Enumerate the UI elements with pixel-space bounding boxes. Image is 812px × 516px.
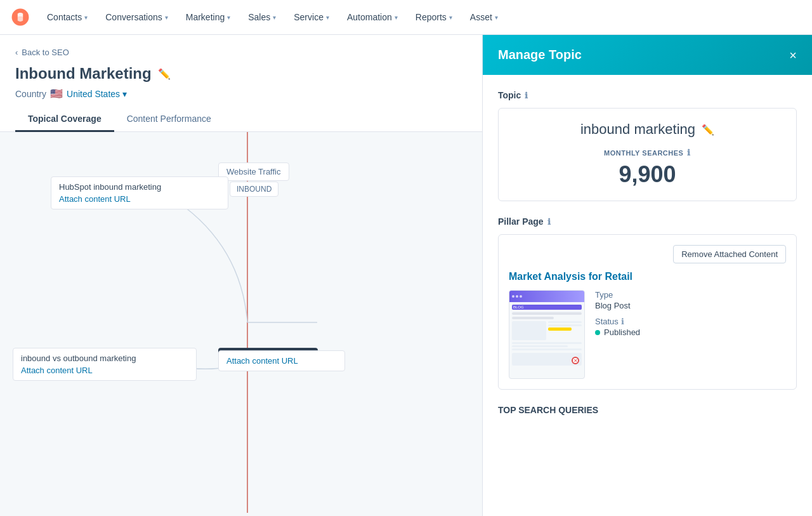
type-meta: Type Blog Post	[595, 290, 786, 310]
thumbnail-dots	[512, 295, 522, 298]
topic-node-hubspot: HubSpot inbound marketing Attach content…	[51, 176, 228, 209]
remove-attached-content-button[interactable]: Remove Attached Content	[673, 245, 786, 263]
back-arrow-icon: ‹	[15, 48, 18, 57]
tab-content-performance[interactable]: Content Performance	[114, 107, 224, 132]
topic-keyword: inbound marketing ✏️	[511, 121, 783, 138]
dot-3	[520, 295, 522, 298]
drawer-header: Manage Topic ×	[483, 35, 812, 75]
top-queries-section: TOP SEARCH QUERIES	[498, 405, 797, 415]
main-layout: ‹ Back to SEO Inbound Marketing ✏️ Count…	[0, 35, 812, 516]
chevron-down-icon: ▾	[495, 14, 498, 21]
chevron-down-icon: ▾	[84, 14, 88, 21]
nav-items: Contacts ▾ Conversations ▾ Marketing ▾ S…	[38, 0, 507, 34]
chevron-down-icon: ▾	[326, 14, 329, 21]
pillar-page-section: Pillar Page ℹ Remove Attached Content Ma…	[498, 216, 797, 390]
dot-2	[516, 295, 518, 298]
chevron-down-icon: ▾	[395, 14, 398, 21]
monthly-searches-info-icon[interactable]: ℹ	[687, 148, 691, 157]
chevron-down-icon: ▾	[449, 14, 452, 21]
back-to-seo-link[interactable]: ‹ Back to SEO	[15, 48, 467, 57]
center-attach-node: Attach content URL	[218, 350, 345, 371]
country-row: Country 🇺🇸 United States ▾	[15, 88, 467, 100]
country-selector[interactable]: United States ▾	[67, 89, 127, 99]
nav-conversations[interactable]: Conversations ▾	[96, 0, 177, 34]
center-node-container: Inbound Marketing Attach content URL	[218, 348, 345, 369]
dot-1	[512, 295, 514, 298]
page-title: Inbound Marketing	[15, 65, 152, 83]
status-meta: Status ℹ Published	[595, 317, 786, 337]
top-queries-label: TOP SEARCH QUERIES	[498, 405, 797, 415]
thumb-line-1	[512, 312, 582, 315]
status-dot	[595, 330, 600, 335]
drawer-title: Manage Topic	[498, 48, 582, 62]
page-header: ‹ Back to SEO Inbound Marketing ✏️ Count…	[0, 35, 482, 132]
left-panel: ‹ Back to SEO Inbound Marketing ✏️ Count…	[0, 35, 482, 516]
close-drawer-button[interactable]: ×	[789, 49, 797, 62]
attach-content-url-hubspot[interactable]: Attach content URL	[59, 194, 220, 204]
drawer-body: Topic ℹ inbound marketing ✏️ MONTHLY SEA…	[483, 75, 812, 516]
pillar-page-section-label: Pillar Page ℹ	[498, 216, 797, 227]
chevron-down-icon: ▾	[273, 14, 276, 21]
pillar-page-info-icon[interactable]: ℹ	[547, 217, 551, 227]
monthly-searches-label: MONTHLY SEARCHES ℹ	[511, 148, 783, 157]
pillar-page-card: Remove Attached Content Market Analysis …	[498, 234, 797, 390]
chevron-down-icon: ▾	[227, 14, 230, 21]
topic-section-label: Topic ℹ	[498, 90, 797, 100]
edit-keyword-icon[interactable]: ✏️	[702, 124, 714, 136]
page-title-row: Inbound Marketing ✏️	[15, 65, 467, 83]
remove-btn-container: Remove Attached Content	[509, 245, 786, 263]
inbound-label: INBOUND	[230, 182, 278, 197]
website-traffic-label: Website Traffic	[218, 162, 289, 181]
hubspot-logo[interactable]	[10, 7, 30, 27]
nav-sales[interactable]: Sales ▾	[239, 0, 285, 34]
node-label: HubSpot inbound marketing	[59, 182, 220, 192]
status-info-icon[interactable]: ℹ	[621, 317, 624, 326]
topic-info-icon[interactable]: ℹ	[525, 91, 528, 100]
nav-reports[interactable]: Reports ▾	[407, 0, 461, 34]
country-flag-icon: 🇺🇸	[50, 88, 63, 100]
chevron-down-icon: ▾	[122, 89, 127, 99]
thumbnail-header	[509, 291, 584, 302]
card-meta: Type Blog Post Status ℹ Publis	[595, 290, 786, 379]
card-thumbnail: BLOG	[509, 290, 585, 379]
edit-title-icon[interactable]: ✏️	[158, 68, 171, 80]
nav-marketing[interactable]: Marketing ▾	[177, 0, 239, 34]
node-label: inbound vs outbound marketing	[21, 354, 188, 363]
nav-contacts[interactable]: Contacts ▾	[38, 0, 96, 34]
nav-automation[interactable]: Automation ▾	[338, 0, 407, 34]
thumb-highlight	[548, 327, 572, 331]
attach-content-url-inbound-vs[interactable]: Attach content URL	[21, 366, 188, 375]
status-badge: Published	[595, 327, 786, 337]
top-nav: Contacts ▾ Conversations ▾ Marketing ▾ S…	[0, 0, 812, 35]
tab-topical-coverage[interactable]: Topical Coverage	[15, 107, 114, 132]
thumb-line-2	[512, 317, 554, 319]
nav-asset[interactable]: Asset ▾	[461, 0, 507, 34]
topic-node-inbound-vs: inbound vs outbound marketing Attach con…	[13, 348, 197, 381]
canvas-area: Website Traffic INBOUND HubSpot inbound …	[0, 132, 482, 513]
card-content: BLOG	[509, 290, 786, 379]
card-title[interactable]: Market Analysis for Retail	[509, 271, 786, 282]
attach-content-url-center[interactable]: Attach content URL	[226, 356, 337, 366]
thumb-text-1	[512, 342, 582, 344]
thumb-text-2	[512, 345, 568, 347]
manage-topic-drawer: Manage Topic × Topic ℹ inbound marketing…	[482, 35, 812, 516]
chevron-down-icon: ▾	[165, 14, 168, 21]
topic-box: inbound marketing ✏️ MONTHLY SEARCHES ℹ …	[498, 108, 797, 201]
nav-service[interactable]: Service ▾	[285, 0, 338, 34]
monthly-searches-value: 9,900	[511, 161, 783, 188]
tabs: Topical Coverage Content Performance	[15, 107, 467, 131]
thumbnail-body: BLOG	[509, 302, 584, 368]
thumb-text-3	[512, 348, 582, 350]
